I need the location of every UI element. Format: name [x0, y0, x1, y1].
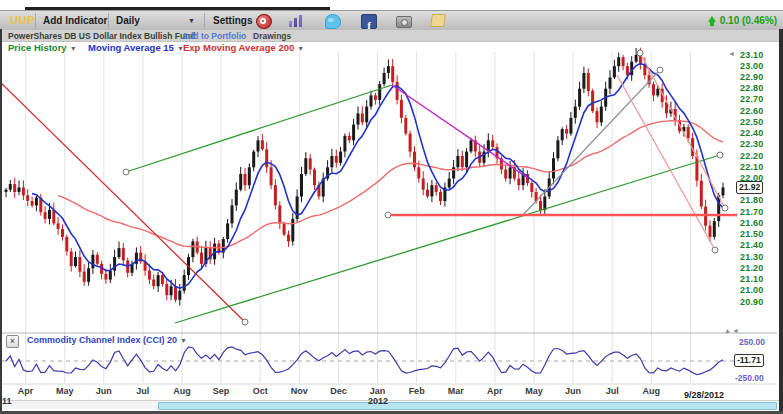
- year-2012-label: 2012: [363, 396, 393, 406]
- green-uptrend-long-line-handle[interactable]: [717, 152, 723, 158]
- horizontal-scrollbar-thumb[interactable]: [158, 402, 777, 410]
- red-downtrend-line-handle[interactable]: [242, 319, 248, 325]
- window-left-border: [0, 29, 2, 414]
- red-horizontal-support-line-handle[interactable]: [385, 212, 391, 218]
- gray-uptrend-line-handle[interactable]: [657, 67, 663, 73]
- cci-current-value-tag: -11.71: [734, 354, 764, 367]
- chevron-down-icon: ▼: [180, 337, 187, 344]
- charting-app: 23.1023.0022.9022.8022.7022.6022.5022.40…: [0, 0, 783, 414]
- current-price-tag: 21.92: [736, 181, 763, 194]
- last-date-label: 9/28/2012: [684, 390, 724, 400]
- price-and-cci-chart: [0, 0, 783, 414]
- cci-title-dropdown[interactable]: Commodity Channel Index (CCI) 20▼: [27, 335, 187, 345]
- window-right-border: [779, 29, 783, 414]
- pink-channel-left-line-handle[interactable]: [712, 247, 718, 253]
- panel-resize-icons[interactable]: ▲◄: [724, 327, 740, 334]
- candlestick-series: [5, 48, 725, 306]
- pink-channel-right-line[interactable]: [640, 53, 725, 208]
- axis-top-marker-icon: ◄: [728, 50, 735, 57]
- cci-close-button[interactable]: ×: [6, 335, 19, 348]
- pink-channel-right-line-handle[interactable]: [722, 205, 728, 211]
- green-uptrend-short-line-handle[interactable]: [123, 169, 129, 175]
- pink-channel-right-line-handle[interactable]: [637, 50, 643, 56]
- green-uptrend-long-line[interactable]: [175, 155, 720, 323]
- year-start-label: 11: [2, 396, 12, 406]
